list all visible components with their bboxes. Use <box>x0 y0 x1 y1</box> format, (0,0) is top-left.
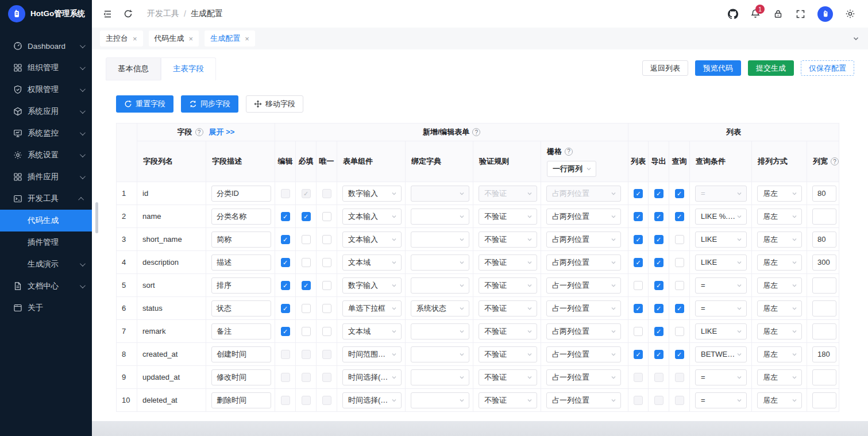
edit-checkbox[interactable]: ✓ <box>281 235 290 244</box>
validate-rule-select[interactable]: 不验证 <box>479 300 537 317</box>
edit-checkbox[interactable]: ✓ <box>281 304 290 313</box>
field-desc-input[interactable] <box>211 277 271 294</box>
export-checkbox[interactable]: ✓ <box>654 235 663 244</box>
field-desc-input[interactable] <box>211 392 271 408</box>
fullscreen-icon[interactable] <box>795 9 805 19</box>
form-component-select[interactable]: 数字输入 <box>342 186 402 202</box>
export-checkbox[interactable]: ✓ <box>654 304 663 313</box>
close-tab-icon[interactable]: × <box>133 35 137 43</box>
close-tab-icon[interactable]: × <box>189 35 194 43</box>
save-config-only-button[interactable]: 仅保存配置 <box>801 60 854 76</box>
grid-span-select[interactable]: 占两列位置 <box>546 209 621 225</box>
validate-rule-select[interactable]: 不验证 <box>479 369 537 385</box>
required-checkbox[interactable] <box>302 304 311 313</box>
unique-checkbox[interactable] <box>322 327 331 336</box>
tab-main-fields[interactable]: 主表字段 <box>161 57 216 80</box>
unique-checkbox[interactable] <box>322 304 331 313</box>
notifications-bell-icon[interactable]: 1 <box>750 9 761 19</box>
sidebar-scrollbar-thumb[interactable] <box>95 202 98 233</box>
list-checkbox[interactable]: ✓ <box>634 304 643 313</box>
app-logo[interactable]: HotGo管理系统 <box>0 0 92 28</box>
column-width-input[interactable] <box>812 277 836 294</box>
export-checkbox[interactable]: ✓ <box>654 189 663 198</box>
field-desc-input[interactable] <box>211 369 271 385</box>
list-checkbox[interactable]: ✓ <box>634 235 643 244</box>
query-checkbox[interactable] <box>675 281 684 290</box>
align-mode-select[interactable]: 居左 <box>757 209 802 225</box>
query-condition-select[interactable]: = <box>695 392 747 408</box>
query-condition-select[interactable]: LIKE %...% <box>695 209 747 225</box>
query-checkbox[interactable] <box>675 235 684 244</box>
query-checkbox[interactable] <box>675 327 684 336</box>
required-checkbox[interactable] <box>302 235 311 244</box>
query-condition-select[interactable]: = <box>695 300 747 317</box>
grid-span-select[interactable]: 占一列位置 <box>546 277 621 294</box>
validate-rule-select[interactable]: 不验证 <box>479 277 537 294</box>
edit-checkbox[interactable]: ✓ <box>281 212 290 221</box>
required-checkbox[interactable] <box>302 327 311 336</box>
list-checkbox[interactable]: ✓ <box>634 258 643 267</box>
sidebar-item-monitor[interactable]: 系统监控 <box>0 122 92 144</box>
reset-fields-button[interactable]: 重置字段 <box>116 95 173 113</box>
sidebar-item-dashboard[interactable]: Dashboard <box>0 35 92 57</box>
unique-checkbox[interactable] <box>322 212 331 221</box>
sidebar-item-demo[interactable]: 生成演示 <box>0 253 92 275</box>
tabstrip-collapse-icon[interactable] <box>852 34 860 43</box>
column-width-input[interactable] <box>812 300 836 317</box>
required-checkbox[interactable]: ✓ <box>302 281 311 290</box>
column-width-input[interactable] <box>812 231 836 248</box>
validate-rule-select[interactable]: 不验证 <box>479 392 537 408</box>
query-condition-select[interactable]: LIKE <box>695 254 747 271</box>
export-checkbox[interactable]: ✓ <box>654 350 663 359</box>
sync-fields-button[interactable]: 同步字段 <box>181 95 238 113</box>
grid-span-select[interactable]: 占两列位置 <box>546 254 621 271</box>
query-checkbox[interactable] <box>675 258 684 267</box>
grid-span-select[interactable]: 占两列位置 <box>546 231 621 248</box>
validate-rule-select[interactable]: 不验证 <box>479 231 537 248</box>
align-mode-select[interactable]: 居左 <box>757 186 802 202</box>
close-tab-icon[interactable]: × <box>245 35 249 43</box>
sidebar-item-devtools[interactable]: 开发工具 <box>0 188 92 210</box>
query-checkbox[interactable]: ✓ <box>675 212 684 221</box>
sidebar-item-auth[interactable]: 权限管理 <box>0 79 92 101</box>
align-mode-select[interactable]: 居左 <box>757 346 802 362</box>
column-width-input[interactable] <box>812 369 836 385</box>
export-checkbox[interactable]: ✓ <box>654 281 663 290</box>
grid-span-select[interactable]: 占一列位置 <box>546 369 621 385</box>
align-mode-select[interactable]: 居左 <box>757 392 802 408</box>
align-mode-select[interactable]: 居左 <box>757 277 802 294</box>
bind-dict-select[interactable]: 系统状态 <box>411 300 469 317</box>
grid-span-select[interactable]: 占一列位置 <box>546 392 621 408</box>
bind-dict-select[interactable] <box>411 277 469 294</box>
list-checkbox[interactable] <box>634 327 643 336</box>
export-checkbox[interactable]: ✓ <box>654 327 663 336</box>
query-checkbox[interactable]: ✓ <box>675 350 684 359</box>
bind-dict-select[interactable] <box>411 254 469 271</box>
collapse-menu-icon[interactable] <box>102 9 113 19</box>
lock-screen-icon[interactable] <box>773 9 783 19</box>
submit-generate-button[interactable]: 提交生成 <box>748 60 794 76</box>
edit-checkbox[interactable]: ✓ <box>281 327 290 336</box>
sidebar-item-docs[interactable]: 文档中心 <box>0 275 92 297</box>
page-tab-2[interactable]: 代码生成× <box>149 30 199 47</box>
form-component-select[interactable]: 时间范围选择 <box>342 346 402 362</box>
validate-rule-select[interactable]: 不验证 <box>479 209 537 225</box>
form-component-select[interactable]: 文本输入 <box>342 209 402 225</box>
list-checkbox[interactable] <box>634 281 643 290</box>
expand-fields-link[interactable]: 展开 >> <box>209 128 235 136</box>
list-checkbox[interactable]: ✓ <box>634 189 643 198</box>
breadcrumb-section[interactable]: 开发工具 <box>147 9 179 19</box>
refresh-page-icon[interactable] <box>123 9 133 19</box>
field-desc-input[interactable] <box>211 231 271 248</box>
sidebar-item-apps[interactable]: 系统应用 <box>0 101 92 122</box>
export-checkbox[interactable]: ✓ <box>654 258 663 267</box>
sidebar-item-codegen[interactable]: 代码生成 <box>0 210 92 231</box>
query-condition-select[interactable]: BETWEEN <box>695 346 747 362</box>
validate-rule-select[interactable]: 不验证 <box>479 254 537 271</box>
column-width-input[interactable] <box>812 186 836 202</box>
field-desc-input[interactable] <box>211 186 271 202</box>
back-to-list-button[interactable]: 返回列表 <box>642 60 688 76</box>
required-checkbox[interactable]: ✓ <box>302 212 311 221</box>
form-component-select[interactable]: 文本输入 <box>342 231 402 248</box>
bind-dict-select[interactable] <box>411 231 469 248</box>
